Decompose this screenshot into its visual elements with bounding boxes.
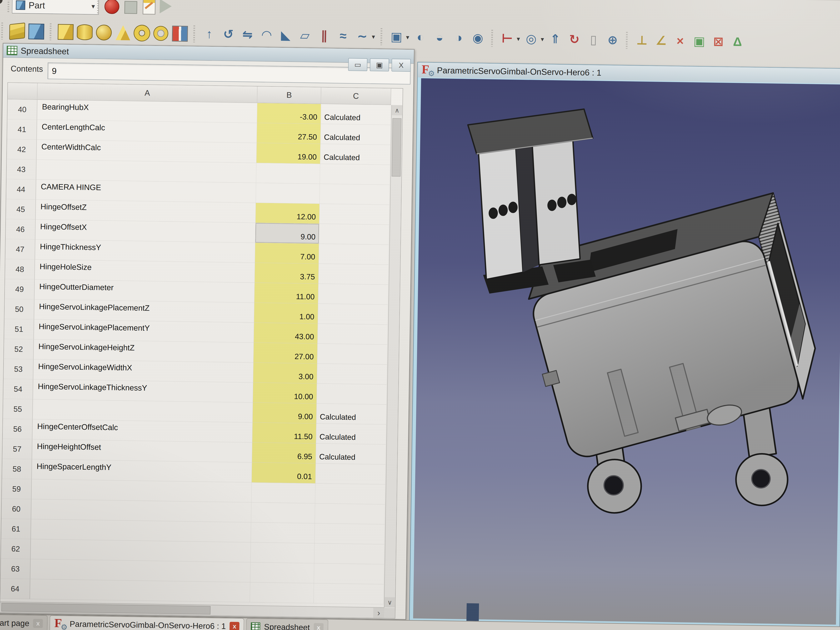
vertical-scroll-thumb[interactable] bbox=[392, 118, 401, 177]
cell-B61[interactable] bbox=[251, 523, 315, 543]
make-face-icon[interactable]: ▱ bbox=[297, 27, 313, 44]
taskbar-tab[interactable]: Start pagex bbox=[0, 614, 48, 630]
macro-stop-icon[interactable] bbox=[125, 1, 137, 14]
cell-A47[interactable]: HingeThicknessY bbox=[35, 240, 255, 263]
row-number[interactable]: 52 bbox=[4, 339, 34, 359]
column-header-B[interactable]: B bbox=[257, 87, 321, 104]
common-icon[interactable]: ◉ bbox=[470, 30, 486, 46]
cell-A40[interactable]: BearingHubX bbox=[37, 100, 257, 123]
cross-section-icon[interactable]: ⊢ bbox=[499, 31, 515, 47]
scroll-up-icon[interactable]: ∧ bbox=[392, 105, 403, 115]
boolean-icon[interactable]: ◐ bbox=[412, 29, 428, 45]
row-number[interactable]: 45 bbox=[6, 199, 36, 219]
cell-B62[interactable] bbox=[250, 543, 314, 563]
row-number[interactable]: 60 bbox=[2, 499, 32, 519]
row-number[interactable]: 51 bbox=[4, 319, 34, 339]
cell-C60[interactable] bbox=[315, 503, 385, 524]
cell-C61[interactable] bbox=[314, 523, 385, 545]
chamfer-icon[interactable]: ◣ bbox=[278, 27, 294, 43]
row-number[interactable]: 64 bbox=[0, 579, 30, 599]
measure-angular-icon[interactable]: ∠ bbox=[653, 33, 669, 49]
toolbar-handle[interactable] bbox=[50, 23, 52, 40]
dropdown-caret-icon[interactable]: ▾ bbox=[517, 35, 520, 43]
cell-A61[interactable] bbox=[31, 519, 251, 543]
cell-A58[interactable]: HingeSpacerLengthY bbox=[32, 459, 252, 483]
row-number[interactable]: 61 bbox=[1, 519, 31, 539]
cell-C54[interactable] bbox=[317, 384, 387, 404]
part-import-icon[interactable] bbox=[28, 24, 44, 39]
toolbar-handle[interactable] bbox=[491, 30, 493, 47]
offset-icon[interactable]: ⇑ bbox=[547, 31, 563, 47]
sphere-icon[interactable] bbox=[96, 25, 112, 41]
row-number[interactable]: 43 bbox=[6, 159, 36, 180]
macro-edit-icon[interactable] bbox=[143, 0, 156, 14]
cell-C57[interactable]: Calculated bbox=[316, 444, 386, 464]
measure-toggle-all-icon[interactable]: ▣ bbox=[691, 33, 707, 49]
sweep-icon[interactable]: ∼ bbox=[354, 28, 370, 44]
row-number[interactable]: 42 bbox=[7, 139, 37, 160]
cell-B53[interactable]: 3.00 bbox=[253, 363, 317, 384]
cell-B42[interactable]: 19.00 bbox=[256, 143, 321, 164]
dropdown-caret-icon[interactable]: ▾ bbox=[406, 33, 409, 41]
restore-button[interactable]: ▣ bbox=[370, 58, 389, 71]
toolbar-handle[interactable] bbox=[97, 0, 99, 14]
row-number[interactable]: 41 bbox=[7, 119, 37, 140]
cell-B48[interactable]: 3.75 bbox=[254, 263, 319, 284]
cell-A56[interactable]: HingeCenterOffsetCalc bbox=[32, 419, 253, 443]
cell-A60[interactable] bbox=[31, 499, 251, 523]
cell-C44[interactable] bbox=[320, 184, 390, 205]
cell-B47[interactable]: 7.00 bbox=[255, 243, 319, 264]
fillet-icon[interactable]: ◠ bbox=[259, 27, 275, 43]
thickness-icon[interactable]: ↻ bbox=[567, 32, 583, 47]
cell-A52[interactable]: HingeServoLinkageHeightZ bbox=[33, 339, 254, 363]
tube-icon[interactable] bbox=[154, 27, 168, 40]
cell-A63[interactable] bbox=[30, 559, 250, 583]
cell-C45[interactable] bbox=[319, 204, 390, 225]
macro-play-icon[interactable] bbox=[159, 0, 172, 14]
shape-from-mesh-icon[interactable]: ▯ bbox=[586, 32, 602, 48]
ruled-surface-icon[interactable]: ∥ bbox=[316, 28, 332, 44]
cell-B54[interactable]: 10.00 bbox=[253, 383, 317, 404]
cell-B55[interactable]: 9.00 bbox=[253, 403, 316, 423]
cell-B56[interactable]: 11.50 bbox=[252, 423, 316, 443]
cell-C48[interactable] bbox=[318, 264, 388, 285]
cell-A55[interactable] bbox=[33, 399, 253, 423]
join-icon[interactable]: ⊕ bbox=[605, 32, 621, 48]
cell-C52[interactable] bbox=[317, 344, 387, 365]
cell-A46[interactable]: HingeOffsetX bbox=[35, 219, 256, 243]
cell-C49[interactable] bbox=[318, 284, 388, 305]
cell-C53[interactable] bbox=[317, 363, 387, 385]
row-number[interactable]: 55 bbox=[3, 399, 33, 419]
measure-toggle-delta-icon[interactable]: Δ bbox=[729, 34, 745, 50]
corner-header[interactable] bbox=[8, 83, 38, 100]
cell-B63[interactable] bbox=[250, 562, 314, 583]
cell-C58[interactable] bbox=[316, 464, 385, 485]
tab-close-icon[interactable]: x bbox=[314, 623, 324, 630]
part-export-icon[interactable] bbox=[9, 22, 25, 40]
toolbar-handle[interactable] bbox=[193, 25, 195, 43]
cell-C46[interactable] bbox=[319, 224, 389, 245]
box-icon[interactable] bbox=[58, 24, 74, 40]
cell-B40[interactable]: -3.00 bbox=[257, 103, 321, 124]
scroll-right-icon[interactable]: › bbox=[373, 608, 384, 618]
cell-B58[interactable]: 0.01 bbox=[252, 463, 316, 483]
cell-A48[interactable]: HingeHoleSize bbox=[35, 260, 255, 283]
cell-C62[interactable] bbox=[314, 543, 384, 564]
loft-icon[interactable]: ≈ bbox=[335, 28, 351, 44]
cell-B43[interactable] bbox=[256, 163, 320, 184]
tab-close-icon[interactable]: x bbox=[230, 622, 240, 630]
toolbar-handle[interactable] bbox=[626, 32, 628, 49]
cell-C41[interactable]: Calculated bbox=[321, 124, 391, 145]
cell-C64[interactable] bbox=[314, 583, 384, 605]
cell-A45[interactable]: HingeOffsetZ bbox=[36, 200, 256, 223]
cylinder-icon[interactable] bbox=[77, 24, 93, 40]
cut-icon[interactable]: ◒ bbox=[432, 30, 448, 46]
cell-A62[interactable] bbox=[31, 539, 251, 562]
measure-toggle-3d-icon[interactable]: ⊠ bbox=[711, 34, 726, 50]
row-number[interactable]: 44 bbox=[6, 179, 36, 200]
cell-A57[interactable]: HingeHeightOffset bbox=[32, 439, 252, 463]
cell-B64[interactable] bbox=[250, 582, 314, 603]
extrude-icon[interactable]: ↑ bbox=[201, 26, 217, 42]
cell-C51[interactable] bbox=[317, 324, 388, 345]
cell-A50[interactable]: HingeServoLinkagePlacementZ bbox=[34, 300, 254, 323]
